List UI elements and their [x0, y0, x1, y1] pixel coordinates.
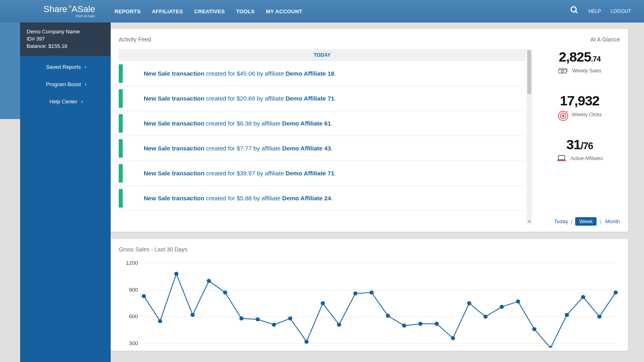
gross-sales-panel: Gross Sales - Last 30 Days 3006009001200 — [111, 239, 628, 351]
company-name: Demo Company Name — [27, 28, 104, 35]
svg-text:600: 600 — [129, 314, 138, 320]
feed-accent — [119, 89, 123, 108]
svg-point-19 — [158, 319, 162, 323]
search-icon[interactable] — [570, 6, 579, 17]
feed-item[interactable]: New Sale transaction created for $39.97 … — [119, 161, 526, 186]
nav-my-account[interactable]: MY ACCOUNT — [266, 8, 302, 14]
sidebar: Demo Company Name ID# 397 Balance: $155.… — [20, 23, 111, 362]
laptop-icon — [556, 154, 568, 163]
chevron-right-icon: › — [85, 82, 87, 86]
logout-link[interactable]: LOGOUT — [611, 8, 631, 14]
sidebar-item-help-center[interactable]: Help Center › — [20, 93, 111, 110]
svg-rect-9 — [557, 160, 566, 161]
activity-feed-title: Activity Feed — [119, 36, 532, 43]
logo-text-3: Sale — [77, 5, 95, 14]
period-week[interactable]: Week — [575, 217, 597, 226]
feed-text: New Sale transaction created for $45.06 … — [144, 70, 336, 77]
svg-point-38 — [467, 301, 471, 305]
metric-decimal: .74 — [591, 55, 600, 63]
svg-point-37 — [451, 336, 455, 340]
sidebar-item-label: Help Center — [50, 99, 77, 105]
svg-point-45 — [581, 295, 585, 299]
logo-text-2: A — [72, 5, 78, 14]
brand-logo[interactable]: Share★ASale Part of Awin — [43, 5, 95, 18]
svg-point-21 — [190, 313, 194, 317]
metric-label: Weekly Clicks — [572, 112, 602, 117]
svg-text:1200: 1200 — [126, 260, 138, 266]
chevron-right-icon: › — [81, 99, 83, 104]
svg-point-36 — [435, 322, 439, 326]
feed-accent — [119, 189, 123, 208]
chevron-right-icon: › — [85, 64, 87, 69]
svg-point-34 — [402, 324, 406, 328]
svg-point-0 — [571, 7, 576, 12]
period-selector: Today | Week | Month — [539, 218, 620, 224]
feed-item[interactable]: New Sale transaction created for $7.77 b… — [119, 136, 526, 161]
metric-value: 2,825 — [559, 49, 591, 64]
sidebar-item-label: Program Boost — [46, 81, 81, 87]
feed-item[interactable]: New Sale transaction created for $20.69 … — [119, 86, 526, 111]
feed-item[interactable]: New Sale transaction created for $5.88 b… — [119, 186, 526, 211]
svg-point-35 — [418, 322, 422, 326]
feed-accent — [119, 114, 123, 133]
nav-affiliates[interactable]: AFFILIATES — [152, 8, 183, 14]
today-header: TODAY — [119, 49, 526, 61]
activity-glance-panel: Activity Feed TODAY New Sale transaction… — [111, 29, 628, 232]
sidebar-item-program-boost[interactable]: Program Boost › — [20, 76, 111, 93]
metric-value: 17,932 — [560, 93, 599, 108]
metric-label: Weekly Sales — [572, 68, 601, 74]
svg-point-22 — [207, 279, 211, 283]
svg-point-28 — [304, 340, 308, 344]
svg-point-24 — [239, 317, 244, 321]
company-balance: Balance: $155.18 — [27, 43, 104, 50]
svg-point-26 — [272, 323, 276, 327]
nav-tools[interactable]: TOOLS — [236, 8, 255, 14]
content-area: Activity Feed TODAY New Sale transaction… — [111, 23, 628, 362]
chart-title: Gross Sales - Last 30 Days — [119, 246, 620, 253]
metric-weekly-sales: 2,825.74 Weekly Sales — [539, 49, 620, 75]
period-month[interactable]: Month — [605, 218, 620, 224]
metric-value: 31 — [566, 137, 581, 152]
svg-text:300: 300 — [129, 340, 138, 346]
svg-text:900: 900 — [129, 287, 138, 293]
sidebar-item-saved-reports[interactable]: Saved Reports › — [20, 58, 111, 76]
feed-accent — [119, 64, 123, 83]
svg-point-41 — [516, 300, 520, 304]
logo-subtext: Part of Awin — [76, 14, 95, 18]
gross-sales-chart: 3006009001200 — [119, 259, 620, 348]
feed-text: New Sale transaction created for $7.77 b… — [144, 145, 332, 152]
metric-total: /76 — [581, 140, 593, 151]
cash-icon — [558, 66, 569, 75]
activity-feed-list: TODAY New Sale transaction created for $… — [119, 49, 532, 224]
sidebar-item-label: Saved Reports — [46, 64, 81, 70]
logo-text-1: Share — [43, 5, 67, 14]
nav-creatives[interactable]: CREATIVES — [194, 8, 225, 14]
at-a-glance-title: At A Glance — [539, 36, 620, 43]
svg-point-29 — [321, 301, 325, 305]
svg-point-7 — [562, 115, 564, 117]
target-icon — [557, 110, 569, 119]
company-id: ID# 397 — [27, 35, 104, 43]
scroll-down-icon[interactable]: ▼ — [528, 220, 531, 224]
feed-scrollbar[interactable]: ▼ — [526, 49, 532, 224]
svg-point-30 — [337, 323, 341, 327]
svg-point-23 — [223, 290, 227, 294]
help-link[interactable]: HELP — [588, 8, 601, 14]
svg-point-33 — [386, 314, 390, 318]
metric-active-affiliates: 31/76 Active Affiliates — [539, 137, 620, 163]
nav-reports[interactable]: REPORTS — [114, 8, 140, 14]
svg-point-32 — [369, 290, 374, 294]
svg-point-31 — [353, 292, 357, 296]
period-today[interactable]: Today — [554, 218, 568, 224]
scroll-thumb[interactable] — [527, 50, 531, 94]
metric-weekly-clicks: 17,932 Weekly Clicks — [539, 93, 620, 119]
star-icon: ★ — [68, 4, 72, 9]
metric-label: Active Affiliates — [571, 156, 603, 161]
feed-item[interactable]: New Sale transaction created for $45.06 … — [119, 61, 526, 86]
svg-line-1 — [576, 11, 578, 13]
company-summary: Demo Company Name ID# 397 Balance: $155.… — [20, 23, 111, 56]
top-header: Share★ASale Part of Awin REPORTS AFFILIA… — [0, 0, 644, 23]
feed-accent — [119, 164, 123, 183]
svg-point-18 — [142, 294, 146, 298]
feed-item[interactable]: New Sale transaction created for $6.38 b… — [119, 111, 526, 136]
